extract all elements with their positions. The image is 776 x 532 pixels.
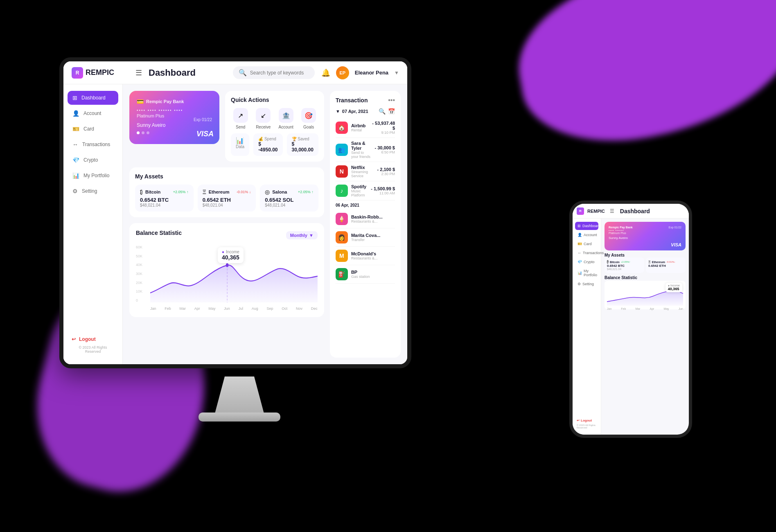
page-title: Dashboard <box>149 68 226 78</box>
calendar-icon[interactable]: 📅 <box>388 108 395 115</box>
chevron-down-icon[interactable]: ▼ <box>394 70 399 76</box>
phone-sidebar-portfolio[interactable]: 📊 My Portfolio <box>575 267 598 279</box>
phone-menu-icon[interactable]: ☰ <box>610 208 614 214</box>
transaction-item-sara: 👥 Sara & Tyler Send to your friends - 30… <box>336 138 395 162</box>
phone-x-jun: Jun <box>679 307 683 310</box>
sidebar-item-portfolio[interactable]: 📊 My Portfolio <box>68 169 118 183</box>
phone-asset-ethereum-header: Ξ Ethereum -0.01%↓ <box>648 260 683 264</box>
qa-saved[interactable]: 🏆 Saved $ 30,000.00 <box>287 133 318 156</box>
asset-bitcoin-header: ₿ Bitcoin +2.05% ↑ <box>140 189 189 195</box>
phone-sidebar-account[interactable]: 👤 Account <box>575 231 598 239</box>
qa-item-send[interactable]: ↗ Send <box>231 108 250 129</box>
x-label-mar: Mar <box>180 307 186 311</box>
bitcoin-usd: $48,021.04 <box>140 203 189 207</box>
phone-sidebar-transactions[interactable]: ↔ Transactions <box>575 249 598 257</box>
sara-amount-col: - 30,000 $ 6:50 PM <box>374 145 395 154</box>
qa-item-receive[interactable]: ↙ Receive <box>253 108 273 129</box>
logout-button[interactable]: ↩ Logout <box>72 336 114 342</box>
phone: R REMPIC ☰ Dashboard ⊞ Dashboard 👤 Accou… <box>569 201 692 438</box>
asset-salona: ◎ Salona +2.05% ↑ 0.6542 SOL $48,021.04 <box>260 185 318 212</box>
phone-sidebar-dashboard[interactable]: ⊞ Dashboard <box>575 222 598 230</box>
qa-spend[interactable]: 💰 Spend $ -4950.00 <box>253 133 282 156</box>
marita-sub: Transfer <box>351 238 395 242</box>
airbnb-logo: 🏠 <box>336 122 348 134</box>
x-label-jun: Jun <box>224 307 230 311</box>
phone-sidebar-crypto[interactable]: 💎 Crypto <box>575 258 598 266</box>
tooltip-value: 40,365 <box>222 254 239 261</box>
bell-icon[interactable]: 🔔 <box>321 68 330 77</box>
card-dot-2[interactable] <box>142 131 144 134</box>
qa-data[interactable]: 📊 Data <box>231 133 249 156</box>
bitcoin-name: Bitcoin <box>145 189 160 194</box>
sidebar-item-setting[interactable]: ⚙ Setting <box>68 184 118 198</box>
bp-sub: Gas station <box>351 275 395 279</box>
phone-grid-icon: ⊞ <box>577 224 581 228</box>
y-label-0: 0 <box>136 298 148 302</box>
sara-logo: 👥 <box>336 144 348 156</box>
sidebar-item-crypto[interactable]: 💎 Crypto <box>68 153 118 167</box>
x-label-may: May <box>208 307 215 311</box>
sidebar-item-transactions[interactable]: ↔ Transactions <box>68 138 118 151</box>
bitcoin-icon: ₿ <box>140 189 143 195</box>
marita-logo: 👩 <box>336 231 348 243</box>
transaction-item-mcdonalds: M McDonald's Restaurants &... <box>336 247 395 265</box>
phone-sidebar-card[interactable]: 🎫 Card <box>575 240 598 248</box>
sidebar-item-card[interactable]: 🎫 Card <box>68 122 118 136</box>
card-dot-3[interactable] <box>147 131 149 134</box>
menu-icon[interactable]: ☰ <box>135 68 142 77</box>
account-icon: 👤 <box>72 110 79 117</box>
phone-x-labels: Jan Feb Mar Apr May Jun <box>607 307 683 310</box>
phone-assets-row: ₿ Bitcoin +2.05%↑ 0.6542 BTC $48,021.04 … <box>605 257 686 273</box>
phone-sidebar-setting[interactable]: ⚙ Setting <box>575 280 598 288</box>
phone-ethereum-name: Ethereum <box>652 261 665 264</box>
phone-logout-button[interactable]: ↩ Logout <box>577 419 597 422</box>
goals-icon: 🎯 <box>301 108 316 123</box>
quick-actions-card: Quick Actions ↗ Send ↙ Receive <box>225 91 324 162</box>
y-label-1: 10K <box>136 289 148 293</box>
more-options-icon[interactable]: ••• <box>388 97 395 104</box>
qa-item-goals[interactable]: 🎯 Goals <box>299 108 318 129</box>
x-label-dec: Dec <box>311 307 318 311</box>
search-bar[interactable]: 🔍 <box>233 66 315 79</box>
topbar: R REMPIC ☰ Dashboard 🔍 🔔 EP Eleanor Pena… <box>63 61 407 84</box>
phone-card-exp: Exp 01/22 <box>668 226 681 229</box>
monthly-button[interactable]: Monthly ▼ <box>286 231 318 239</box>
bitcoin-amount: 0.6542 BTC <box>140 197 189 203</box>
chevron-down-icon[interactable]: ▼ <box>336 109 340 114</box>
quick-actions-title: Quick Actions <box>231 97 318 103</box>
marita-info: Marita Cova... Transfer <box>351 233 395 242</box>
phone-copyright: © 2023 All Rights Reserved <box>577 424 597 429</box>
transaction-item-netflix: N Netflix Streaming Service - 2,100 $ 2:… <box>336 162 395 181</box>
qa-item-account[interactable]: 🏦 Account <box>276 108 296 129</box>
search-input[interactable] <box>250 70 309 76</box>
avatar: EP <box>336 66 349 79</box>
sidebar-item-label: Transactions <box>82 142 110 147</box>
ethereum-usd: $48,021.04 <box>203 203 251 207</box>
qa-send-label: Send <box>236 125 245 129</box>
sidebar-item-account[interactable]: 👤 Account <box>68 106 118 120</box>
phone-trans-icon: ↔ <box>577 251 581 255</box>
card-expiry: Exp 01/22 <box>194 117 212 122</box>
phone-assets-section: My Assets ₿ Bitcoin +2.05%↑ 0.6542 BTC $… <box>605 253 686 273</box>
sidebar-item-dashboard[interactable]: ⊞ Dashboard <box>68 91 118 105</box>
copyright-text: © 2023 All Rights Reserved <box>72 345 114 354</box>
monthly-label: Monthly <box>290 233 307 238</box>
phone-logout-label: Logout <box>581 419 592 422</box>
phone-setting-label: Setting <box>582 282 594 286</box>
netflix-sub: Streaming Service <box>351 170 374 178</box>
search-trans-icon[interactable]: 🔍 <box>379 108 386 115</box>
mcdonalds-name: McDonald's <box>351 251 395 256</box>
asset-ethereum: Ξ Ethereum -0.01% ↓ 0.6542 ETH $48,021.0… <box>198 185 256 212</box>
sidebar-item-label: Setting <box>82 188 97 194</box>
transaction-item-baskin: 🍦 Baskin-Robb... Restaurants &... <box>336 210 395 228</box>
spotify-name: Spotify <box>351 184 368 189</box>
card-dot-1[interactable] <box>137 131 140 134</box>
phone-asset-ethereum: Ξ Ethereum -0.01%↓ 0.6542 ETH <box>646 257 686 273</box>
phone-pay-card: Rempic Pay Bank •••• •••••• Platinum Plu… <box>605 222 686 250</box>
transaction-item-marita: 👩 Marita Cova... Transfer <box>336 228 395 247</box>
phone-bitcoin-usd: $48,021.04 <box>607 268 642 271</box>
sidebar-item-label: Card <box>83 126 94 132</box>
phone-main: Rempic Pay Bank •••• •••••• Platinum Plu… <box>601 219 689 435</box>
ethereum-change: -0.01% ↓ <box>237 190 251 194</box>
tooltip-label: ●Income <box>222 250 239 254</box>
